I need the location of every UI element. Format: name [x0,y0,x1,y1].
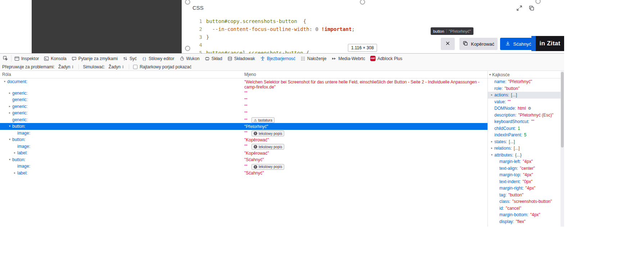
tab-stilowy-editor[interactable]: {} Stilowy editor [139,54,177,63]
prop-row-relations[interactable]: ▸ relations: [...] [488,145,561,152]
tab-sk-adowak[interactable]: Składowak [225,54,258,63]
tree-role-label: generic: [12,90,28,97]
tree-row-document[interactable]: ▾ document: "Welchen Selektor bei Screen… [0,78,487,90]
twisty-icon[interactable] [12,143,17,150]
storage-icon [227,56,232,61]
tab-bjezbarjernos[interactable]: Bjezbarjernosć [258,54,298,63]
scrollbar-thumb[interactable] [561,72,564,147]
tree-row-image[interactable]: image: "" itekstowy popis [0,130,487,137]
tab-na-o-enje[interactable]: Nałoženje [298,54,329,63]
node-picker-icon[interactable] [0,54,11,63]
prop-row-id[interactable]: id: "cancel" [488,205,561,212]
prop-row-margin-right[interactable]: margin-right: "4px" [488,185,561,192]
tab-sy[interactable]: Syć [120,54,139,63]
twisty-icon[interactable]: ▸ [489,92,494,99]
prop-row-text-align[interactable]: text-align: "center" [488,165,561,172]
prop-row-margin-bottom[interactable]: margin-bottom: "4px" [488,212,561,218]
prop-row-keyboardshortcut[interactable]: keyboardShortcut: "" [488,118,561,125]
prop-row-childcount[interactable]: childCount: 1 [488,125,561,132]
tab-sk-ad[interactable]: Skład [202,54,225,63]
prop-row-description[interactable]: description: "Přetorhnyć (Esc)" [488,112,561,119]
prop-row-actions[interactable]: ▸ actions: [...] [488,92,561,99]
property-key: keyboardShortcut: [494,119,529,124]
prop-row-domnode[interactable]: DOMNode: html ⚙ [488,105,561,112]
tree-row-button[interactable]: ▾ button: "Přetorhnyć" [0,123,487,130]
twisty-icon[interactable] [12,163,17,170]
prop-row-name[interactable]: name: "Přetorhnyć" [488,78,561,85]
prop-row-class[interactable]: class: "screenshots-button" [488,198,561,205]
tree-name-value: "" [244,111,248,116]
property-key: indexInParent: [494,132,522,137]
firefox-devtools-screen: CSS 1button#copy.screenshots-button {2 -… [0,0,644,259]
properties-list: name: "Přetorhnyć" role: "button" ▸ acti… [488,78,561,225]
tab-media-webrtc[interactable]: Media-Webrtc [329,54,367,63]
twisty-icon[interactable]: ▾ [489,152,494,159]
twisty-icon[interactable] [12,130,17,137]
simulate-label: Simulować: [83,64,105,69]
tree-role-label: label: [17,170,28,177]
twisty-icon[interactable]: ▾ [2,78,7,90]
tree-name-value: "Sćahnyć" [244,171,264,176]
tab-pytanje-za-zmylkami[interactable]: Pytanje za zmylkami [69,54,120,63]
tree-row-label[interactable]: ▸ label: "Sćahnyć" [0,170,487,177]
selection-handle[interactable] [536,0,540,4]
tab-konsola[interactable]: Konsola [41,54,69,63]
close-icon [445,41,450,47]
issues-select[interactable]: Žadyn ▴▾ [57,64,74,70]
prop-row-display[interactable]: display: "flex" [488,218,561,225]
property-key: tag: [499,192,507,197]
property-value: 1 [518,126,520,131]
twisty-icon[interactable]: ▸ [489,138,494,145]
prop-row-text-indent[interactable]: text-indent: "0px" [488,178,561,185]
tree-row-generic[interactable]: generic: "" ⚠tastatura [0,117,487,123]
twisty-icon[interactable]: ▸ [12,170,17,177]
prop-row-margin-top[interactable]: margin-top: "4px" [488,172,561,178]
open-in-inspector-icon[interactable]: ⚙ [528,106,531,111]
selection-handle[interactable] [185,46,190,51]
tree-row-generic[interactable]: ▸ generic: "" [0,103,487,110]
property-key: role: [494,86,503,91]
tree-row-image[interactable]: image: "" itekstowy popis [0,163,487,170]
tab-wukon[interactable]: Wukon [177,54,202,63]
prop-row-value[interactable]: value: "" [488,99,561,105]
twisty-icon[interactable]: ▸ [7,90,12,97]
prop-row-role[interactable]: role: "button" [488,85,561,92]
prop-row-margin-left[interactable]: margin-left: "4px" [488,158,561,165]
badge-tekstowy-popis: itekstowy popis [251,164,285,170]
tree-row-generic[interactable]: generic: "" [0,96,487,103]
application-icon [300,56,305,61]
tree-name-value: "" [244,97,248,103]
twisty-icon[interactable]: ▾ [7,156,12,163]
cancel-screenshot-button[interactable] [441,38,455,50]
info-icon: i [254,165,257,169]
tab-order-checkbox[interactable] [133,65,137,69]
twisty-icon[interactable]: ▸ [7,103,12,110]
tree-row-button[interactable]: ▾ button: "Kopěrować" [0,136,487,143]
tree-row-label[interactable]: ▸ label: "Kopěrować" [0,150,487,156]
copy-code-icon[interactable] [528,4,535,12]
twisty-icon[interactable] [7,117,12,123]
scrollbar-track[interactable] [561,71,564,227]
twisty-icon[interactable] [7,96,12,103]
twisty-icon[interactable]: ▸ [12,150,17,156]
twisty-icon[interactable]: ▸ [489,145,494,152]
inspector-icon [14,56,19,61]
tab-inspektor[interactable]: Inspektor [12,54,41,63]
simulate-select[interactable]: Žadyn ▴▾ [107,64,125,70]
tree-row-image[interactable]: image: "" itekstowy popis [0,143,487,150]
copy-screenshot-button[interactable]: Kopěrować [459,38,498,50]
prop-row-states[interactable]: ▸ states: [...] [488,138,561,145]
prop-row-attributes[interactable]: ▾ attributes: {...} [488,152,561,159]
prop-row-indexinparent[interactable]: indexInParent: 5 [488,132,561,138]
expand-icon[interactable] [516,4,523,12]
tree-name-value: "Přetorhnyć" [244,124,268,129]
tree-row-generic[interactable]: ▸ generic: "" [0,110,487,117]
twisty-icon[interactable]: ▾ [7,123,12,130]
twisty-icon[interactable]: ▾ [7,136,12,143]
tree-row-generic[interactable]: ▸ generic: "" [0,90,487,97]
twisty-icon[interactable]: ▸ [7,110,12,117]
tree-row-button[interactable]: ▾ button: "Sćahnyć" [0,156,487,163]
download-screenshot-button[interactable]: Sćahnyć [500,38,536,50]
tab-adblock-plus[interactable]: ABP Adblock Plus [368,54,405,63]
prop-row-tag[interactable]: tag: "button" [488,192,561,199]
